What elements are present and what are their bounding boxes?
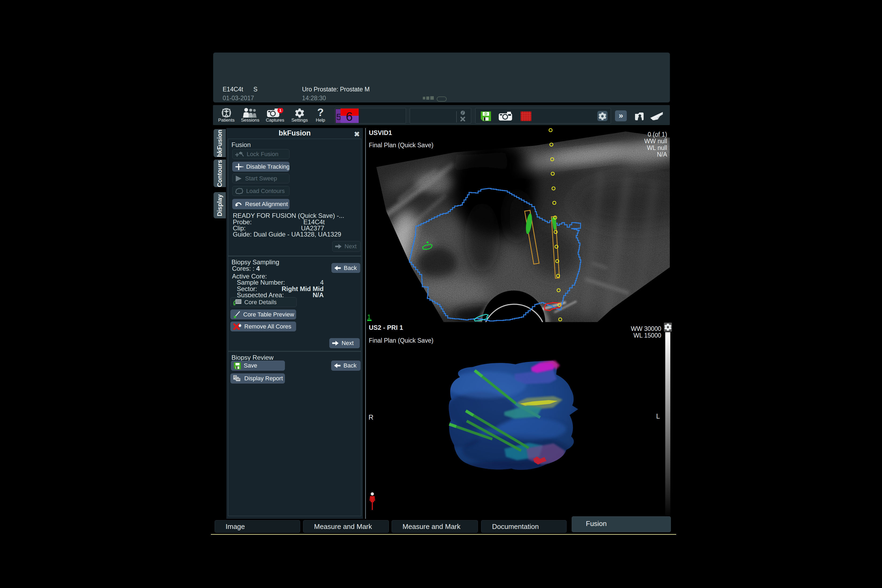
svg-text:?: ? <box>317 108 324 118</box>
svg-text:1: 1 <box>279 108 282 112</box>
svg-text:D: D <box>484 112 487 116</box>
